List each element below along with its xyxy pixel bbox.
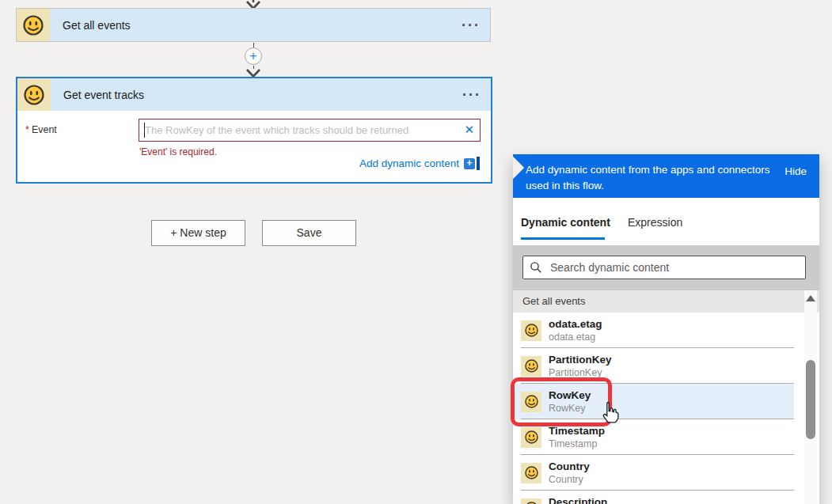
item-subtitle: PartitionKey	[549, 366, 612, 379]
action-card-get-all-events[interactable]: Get all events ···	[16, 8, 491, 42]
card-header[interactable]: Get event tracks ···	[17, 78, 491, 111]
panel-tabs: Dynamic content Expression	[513, 198, 819, 245]
scrollbar-up-icon[interactable]	[806, 295, 815, 301]
search-box[interactable]	[522, 256, 806, 279]
connector-smiley-icon	[521, 463, 541, 483]
connector-smiley-icon	[17, 78, 51, 111]
validation-error: 'Event' is required.	[139, 146, 217, 157]
more-options-icon[interactable]: ···	[462, 21, 481, 29]
dynamic-content-panel: Add dynamic content from the apps and co…	[513, 154, 819, 504]
clear-input-icon[interactable]: ✕	[464, 123, 474, 137]
search-band	[513, 245, 819, 290]
connector-smiley-icon	[521, 392, 541, 412]
connector-smiley-icon	[521, 356, 541, 377]
item-subtitle: RowKey	[549, 402, 591, 415]
add-dynamic-content-icon: +	[464, 157, 480, 170]
item-subtitle: Timestamp	[549, 438, 605, 450]
item-title: odata.etag	[549, 317, 602, 332]
list-item[interactable]: Country Country	[513, 455, 794, 491]
item-title: Timestamp	[549, 424, 605, 438]
connector-smiley-icon	[521, 427, 541, 448]
hide-button[interactable]: Hide	[785, 164, 807, 180]
list-item[interactable]: Timestamp Timestamp	[513, 419, 794, 455]
more-options-icon[interactable]: ···	[462, 91, 481, 99]
list-item[interactable]: PartitionKey PartitionKey	[513, 348, 794, 384]
list-item[interactable]: odata.etag odata.etag	[513, 313, 794, 348]
item-title: Country	[549, 460, 590, 474]
list-item[interactable]: Description Description	[513, 491, 794, 504]
event-input-wrapper: ✕	[139, 119, 481, 142]
item-subtitle: odata.etag	[549, 331, 602, 343]
scrollbar-thumb[interactable]	[806, 360, 815, 439]
connector-smiley-icon	[521, 498, 541, 504]
event-input[interactable]	[139, 119, 480, 141]
item-subtitle: Country	[549, 473, 590, 486]
dynamic-content-list: odata.etag odata.etag PartitionKey Parti…	[513, 313, 794, 504]
card-title: Get all events	[63, 19, 131, 32]
add-dynamic-content-link[interactable]: Add dynamic content +	[359, 157, 480, 170]
event-field-label: *Event	[25, 124, 57, 135]
connector-smiley-icon	[521, 320, 541, 341]
item-title: Description	[549, 495, 607, 504]
list-item[interactable]: RowKey RowKey	[513, 384, 794, 419]
section-header-get-all-events[interactable]: Get all events	[513, 290, 819, 313]
card-title: Get event tracks	[63, 89, 144, 101]
text-caret	[144, 123, 145, 138]
save-button[interactable]: Save	[262, 220, 356, 246]
tab-dynamic-content[interactable]: Dynamic content	[521, 216, 610, 229]
item-title: RowKey	[549, 388, 591, 403]
tab-expression[interactable]: Expression	[628, 216, 682, 229]
search-icon	[530, 261, 542, 274]
search-input[interactable]	[550, 261, 799, 274]
required-marker: *	[25, 124, 29, 135]
item-title: PartitionKey	[549, 353, 612, 367]
insert-step-button[interactable]: +	[245, 47, 262, 65]
scrollbar[interactable]	[804, 290, 817, 504]
connector-smiley-icon	[17, 9, 50, 41]
panel-header: Add dynamic content from the apps and co…	[513, 154, 819, 198]
action-card-get-event-tracks[interactable]: Get event tracks ··· *Event ✕ 'Event' is…	[16, 77, 492, 184]
new-step-button[interactable]: + New step	[151, 220, 245, 246]
active-tab-underline	[521, 237, 605, 240]
